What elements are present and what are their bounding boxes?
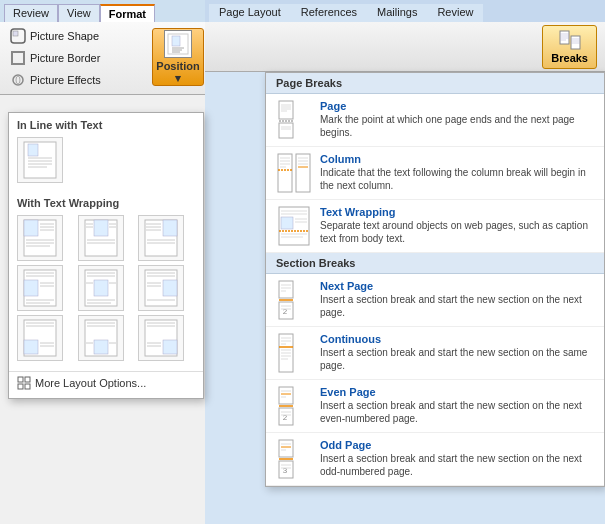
svg-rect-122 bbox=[279, 281, 293, 298]
break-odd-page-title: Odd Page bbox=[320, 439, 594, 451]
break-continuous-title: Continuous bbox=[320, 333, 594, 345]
breaks-icon bbox=[558, 30, 582, 50]
break-even-page-item[interactable]: 2 Even Page Insert a section break and s… bbox=[266, 380, 604, 433]
break-continuous-item[interactable]: Continuous Insert a section break and st… bbox=[266, 327, 604, 380]
wrap-layout-3[interactable] bbox=[138, 215, 184, 261]
break-next-page-icon: 2 bbox=[276, 280, 312, 320]
svg-rect-11 bbox=[28, 144, 38, 156]
picture-border-label: Picture Border bbox=[30, 52, 100, 64]
break-even-page-icon: 2 bbox=[276, 386, 312, 426]
svg-rect-82 bbox=[18, 384, 23, 389]
breaks-button[interactable]: Breaks bbox=[542, 25, 597, 69]
break-odd-page-icon: 3 bbox=[276, 439, 312, 479]
svg-rect-6 bbox=[172, 36, 180, 46]
wrap-layout-9[interactable] bbox=[138, 315, 184, 361]
break-continuous-desc: Insert a section break and start the new… bbox=[320, 346, 594, 372]
tab-mailings[interactable]: Mailings bbox=[367, 4, 427, 22]
svg-text:3: 3 bbox=[283, 466, 288, 475]
tab-view[interactable]: View bbox=[58, 4, 100, 22]
svg-rect-83 bbox=[25, 384, 30, 389]
svg-rect-102 bbox=[278, 154, 292, 192]
wrap-layout-4[interactable] bbox=[17, 265, 63, 311]
svg-rect-1 bbox=[13, 31, 18, 36]
section-breaks-header: Section Breaks bbox=[266, 253, 604, 274]
wrap-layout-6[interactable] bbox=[138, 265, 184, 311]
break-next-page-item[interactable]: 2 Next Page Insert a section break and s… bbox=[266, 274, 604, 327]
tab-format[interactable]: Format bbox=[100, 4, 155, 22]
more-options-label: More Layout Options... bbox=[35, 377, 146, 389]
svg-rect-149 bbox=[279, 440, 293, 457]
svg-rect-56 bbox=[163, 280, 177, 296]
wrap-layout-5[interactable] bbox=[78, 265, 124, 311]
break-odd-page-item[interactable]: 3 Odd Page Insert a section break and st… bbox=[266, 433, 604, 486]
position-label: Position bbox=[156, 60, 199, 72]
wrapping-section-title: With Text Wrapping bbox=[9, 191, 203, 213]
wrap-layout-2[interactable] bbox=[78, 215, 124, 261]
picture-effects-icon bbox=[10, 72, 26, 88]
wrap-layout-1[interactable] bbox=[17, 215, 63, 261]
break-even-page-text: Even Page Insert a section break and sta… bbox=[320, 386, 594, 425]
break-column-item[interactable]: Column Indicate that the text following … bbox=[266, 147, 604, 200]
break-even-page-title: Even Page bbox=[320, 386, 594, 398]
break-page-title: Page bbox=[320, 100, 594, 112]
breaks-label: Breaks bbox=[551, 52, 588, 64]
svg-rect-99 bbox=[279, 123, 293, 138]
tab-review-right[interactable]: Review bbox=[427, 4, 483, 22]
right-panel: Page Layout References Mailings Review B… bbox=[205, 0, 605, 524]
page-breaks-header: Page Breaks bbox=[266, 73, 604, 94]
inline-layout-item[interactable] bbox=[17, 137, 63, 183]
svg-rect-140 bbox=[279, 387, 293, 404]
svg-rect-75 bbox=[163, 340, 177, 354]
wrap-layout-7[interactable] bbox=[17, 315, 63, 361]
layout-options-icon bbox=[17, 376, 31, 390]
break-continuous-text: Continuous Insert a section break and st… bbox=[320, 333, 594, 372]
break-text-wrapping-title: Text Wrapping bbox=[320, 206, 594, 218]
tab-references[interactable]: References bbox=[291, 4, 367, 22]
svg-rect-48 bbox=[94, 280, 108, 296]
svg-rect-81 bbox=[25, 377, 30, 382]
break-page-item[interactable]: Page Mark the point at which one page en… bbox=[266, 94, 604, 147]
break-odd-page-text: Odd Page Insert a section break and star… bbox=[320, 439, 594, 478]
svg-rect-69 bbox=[94, 340, 108, 354]
svg-rect-17 bbox=[24, 220, 38, 236]
picture-border-icon bbox=[10, 50, 26, 66]
svg-text:2: 2 bbox=[283, 307, 288, 316]
position-button[interactable]: Position ▾ bbox=[152, 28, 204, 86]
break-text-wrapping-text: Text Wrapping Separate text around objec… bbox=[320, 206, 594, 245]
picture-effects-label: Picture Effects bbox=[30, 74, 101, 86]
break-even-page-desc: Insert a section break and start the new… bbox=[320, 399, 594, 425]
svg-rect-93 bbox=[279, 101, 293, 119]
svg-point-4 bbox=[16, 76, 20, 84]
svg-rect-84 bbox=[560, 31, 569, 44]
svg-rect-25 bbox=[94, 220, 108, 236]
break-text-wrapping-icon bbox=[276, 206, 312, 246]
position-icon bbox=[164, 30, 192, 58]
tab-review[interactable]: Review bbox=[4, 4, 58, 22]
break-page-text: Page Mark the point at which one page en… bbox=[320, 100, 594, 139]
position-dropdown-arrow: ▾ bbox=[175, 72, 181, 85]
break-column-desc: Indicate that the text following the col… bbox=[320, 166, 594, 192]
left-panel: Review View Format Picture Shape Picture… bbox=[0, 0, 210, 524]
picture-shape-label: Picture Shape bbox=[30, 30, 99, 42]
wrapping-grid bbox=[9, 213, 203, 369]
inline-section-title: In Line with Text bbox=[9, 113, 203, 135]
svg-rect-80 bbox=[18, 377, 23, 382]
right-ribbon-strip: Breaks bbox=[205, 22, 605, 72]
svg-rect-33 bbox=[163, 220, 177, 236]
position-dropdown: In Line with Text With Text Wrapping bbox=[8, 112, 204, 399]
svg-text:2: 2 bbox=[283, 413, 288, 422]
tab-page-layout[interactable]: Page Layout bbox=[209, 4, 291, 22]
break-column-title: Column bbox=[320, 153, 594, 165]
wrap-layout-8[interactable] bbox=[78, 315, 124, 361]
break-text-wrapping-item[interactable]: Text Wrapping Separate text around objec… bbox=[266, 200, 604, 253]
right-ribbon-tabs: Page Layout References Mailings Review bbox=[205, 0, 605, 22]
more-layout-options-btn[interactable]: More Layout Options... bbox=[9, 371, 203, 394]
svg-rect-63 bbox=[24, 340, 38, 354]
break-next-page-desc: Insert a section break and start the new… bbox=[320, 293, 594, 319]
breaks-dropdown: Page Breaks Page Mark the point at bbox=[265, 72, 605, 487]
break-column-text: Column Indicate that the text following … bbox=[320, 153, 594, 192]
svg-rect-116 bbox=[281, 217, 293, 229]
break-page-desc: Mark the point at which one page ends an… bbox=[320, 113, 594, 139]
break-odd-page-desc: Insert a section break and start the new… bbox=[320, 452, 594, 478]
break-column-icon bbox=[276, 153, 312, 193]
